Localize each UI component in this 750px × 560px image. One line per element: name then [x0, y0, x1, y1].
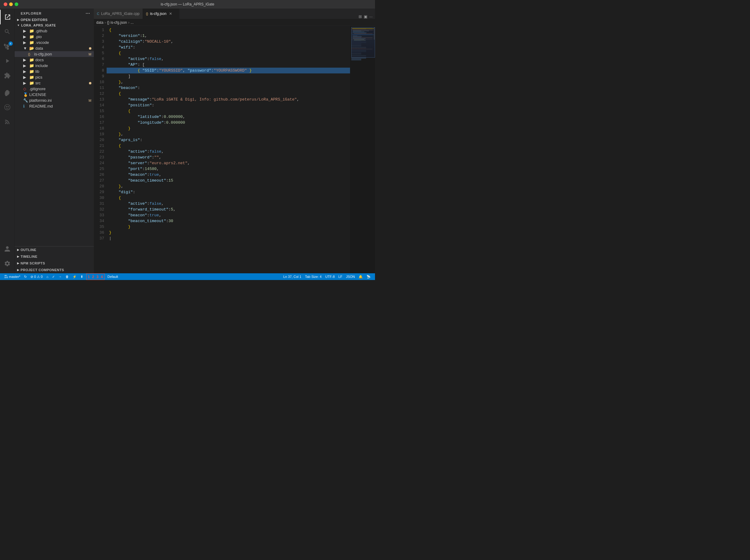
tree-item-data[interactable]: ▼ 📂 data: [15, 45, 94, 51]
lib-label: lib: [35, 69, 94, 74]
status-right: Ln 37, Col 1 Tab Size: 4 UTF-8 LF JSON 🔔…: [282, 275, 372, 279]
branch-label: master*: [9, 275, 20, 279]
tab-right-icons: ⊞ ▣ ···: [356, 14, 375, 19]
activity-alien[interactable]: [0, 100, 15, 115]
code-line-9: ]: [107, 74, 350, 79]
activity-search[interactable]: [0, 24, 15, 39]
code-editor[interactable]: 12345 678910 1112131415 1617181920 21222…: [94, 26, 375, 273]
status-errors[interactable]: ⊘ 0 ⚠ 0: [28, 273, 44, 280]
activity-settings[interactable]: [0, 256, 15, 271]
code-line-2: "version":1,: [107, 33, 350, 39]
tree-item-is-cfg[interactable]: {} is-cfg.json M: [15, 51, 94, 57]
activity-docker[interactable]: [0, 85, 15, 100]
breadcrumb-symbol[interactable]: ...: [131, 20, 134, 25]
pio-chevron: ▶: [23, 35, 28, 39]
code-line-36: }: [107, 230, 350, 236]
editor-layout-icon[interactable]: ▣: [364, 14, 367, 19]
tab-more-icon[interactable]: ···: [369, 14, 372, 19]
data-folder-icon: 📂: [29, 46, 34, 51]
tab-is-cfg[interactable]: {} is-cfg.json ✕: [143, 8, 179, 19]
split-editor-icon[interactable]: ⊞: [359, 14, 362, 19]
code-line-35: }: [107, 224, 350, 230]
activity-account[interactable]: [0, 242, 15, 256]
status-bell[interactable]: 🔔: [357, 275, 365, 279]
minimize-button[interactable]: [9, 2, 13, 6]
tab-lora-cpp[interactable]: C LoRa_APRS_iGate.cpp: [94, 8, 143, 19]
breadcrumb-sep-2: ›: [128, 20, 129, 25]
status-home[interactable]: ⌂: [44, 273, 50, 280]
status-language[interactable]: JSON: [344, 275, 357, 279]
tree-item-gitignore[interactable]: ◇ .gitignore: [15, 86, 94, 92]
tree-item-docs[interactable]: ▶ 📁 docs: [15, 57, 94, 63]
timeline-section[interactable]: ▶ TIMELINE: [15, 253, 94, 260]
highlight-num-3: 3: [96, 275, 98, 279]
status-forward[interactable]: →: [57, 273, 64, 280]
status-line-ending[interactable]: LF: [337, 275, 344, 279]
activity-run[interactable]: [0, 54, 15, 68]
code-line-24: "server":"euro.aprs2.net",: [107, 160, 350, 166]
status-upload[interactable]: ⬆: [79, 273, 85, 280]
github-label: .github: [35, 28, 94, 33]
sidebar-more-icon[interactable]: ···: [86, 11, 90, 16]
code-line-28: },: [107, 183, 350, 189]
gitignore-icon: ◇: [23, 86, 28, 91]
tab-cpp-icon: C: [97, 12, 99, 16]
highlight-num-4: 4: [101, 275, 103, 279]
code-content[interactable]: { "version":1, "callsign":"NOCALL-10", "…: [107, 26, 350, 273]
tree-item-readme[interactable]: ℹ README.md: [15, 103, 94, 109]
npm-scripts-section[interactable]: ▶ NPM SCRIPTS: [15, 260, 94, 266]
sidebar-header: Explorer ···: [15, 8, 94, 17]
tab-close-icon[interactable]: ✕: [168, 11, 173, 16]
project-header[interactable]: ▼ LORA_APRS_IGATE: [15, 23, 94, 28]
code-line-33: "beacon":true,: [107, 212, 350, 218]
tree-item-vscode[interactable]: ▶ 📁 .vscode: [15, 40, 94, 45]
tree-item-license[interactable]: 🏅 LICENSE: [15, 92, 94, 98]
npm-label: NPM SCRIPTS: [21, 261, 45, 265]
pio-label: .pio: [35, 35, 94, 39]
status-broadcast[interactable]: 📡: [365, 275, 372, 279]
code-line-17: "longitude":0.000000: [107, 120, 350, 125]
vscode-label: .vscode: [35, 40, 94, 45]
code-line-14: "position":: [107, 102, 350, 108]
spark-icon: ⚡: [73, 275, 77, 279]
status-spark[interactable]: ⚡: [71, 273, 79, 280]
status-sync[interactable]: ↻: [22, 273, 28, 280]
tree-item-src[interactable]: ▶ 📁 src: [15, 80, 94, 86]
platformio-label: platformio.ini: [29, 98, 87, 103]
activity-rss[interactable]: [0, 115, 15, 129]
breadcrumb-data[interactable]: data: [96, 20, 103, 25]
tree-item-pics[interactable]: ▶ 📁 pics: [15, 74, 94, 80]
branch-icon: [4, 275, 8, 279]
status-encoding[interactable]: UTF-8: [324, 275, 337, 279]
activity-extensions[interactable]: [0, 68, 15, 83]
project-components-section[interactable]: ▶ PROJECT COMPONENTS: [15, 266, 94, 273]
status-position[interactable]: Ln 37, Col 1: [282, 275, 303, 279]
tree-item-pio[interactable]: ▶ 📁 .pio: [15, 34, 94, 40]
code-line-4: "wifi":: [107, 44, 350, 50]
status-default[interactable]: Default: [106, 273, 120, 280]
docs-label: docs: [35, 58, 94, 62]
status-branch[interactable]: master*: [2, 273, 22, 280]
is-cfg-icon: {}: [28, 53, 33, 56]
activity-explorer[interactable]: [0, 10, 15, 24]
status-highlight-numbers: 1 2 3 4: [86, 273, 104, 280]
section-open-editors: ▶ OPEN EDITORS: [15, 17, 94, 23]
status-tab-size[interactable]: Tab Size: 4: [303, 275, 323, 279]
status-trash[interactable]: 🗑: [64, 273, 71, 280]
tree-item-lib[interactable]: ▶ 📁 lib: [15, 68, 94, 74]
maximize-button[interactable]: [15, 2, 18, 6]
open-editors-header[interactable]: ▶ OPEN EDITORS: [15, 17, 94, 23]
tree-item-platformio[interactable]: 🔧 platformio.ini M: [15, 98, 94, 103]
broadcast-icon: 📡: [366, 275, 371, 279]
warning-icon: ⚠: [37, 275, 40, 279]
close-button[interactable]: [4, 2, 7, 6]
tree-item-include[interactable]: ▶ 📁 include: [15, 63, 94, 68]
code-line-3: "callsign":"NOCALL-10",: [107, 39, 350, 44]
status-check[interactable]: ✓: [50, 273, 57, 280]
activity-source-control[interactable]: 4: [0, 39, 15, 54]
activity-bar: 4: [0, 8, 15, 273]
tab-is-cfg-label: is-cfg.json: [150, 12, 166, 16]
tree-item-github[interactable]: ▶ 📁 .github: [15, 28, 94, 34]
breadcrumb-file[interactable]: {} is-cfg.json: [107, 20, 127, 25]
outline-section[interactable]: ▶ OUTLINE: [15, 246, 94, 253]
